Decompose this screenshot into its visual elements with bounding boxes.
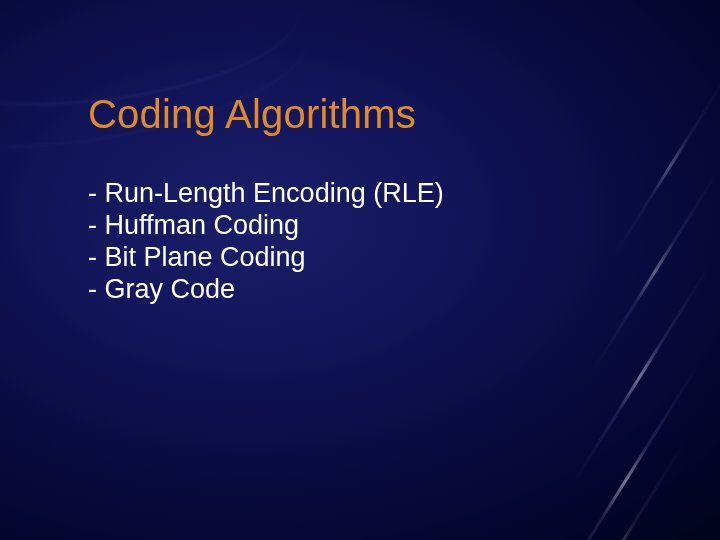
bullet-item: - Gray Code bbox=[88, 274, 444, 306]
decorative-swoosh bbox=[0, 0, 318, 173]
decorative-streak bbox=[590, 169, 720, 374]
bullet-item: - Huffman Coding bbox=[88, 210, 444, 242]
bullet-item: - Run-Length Encoding (RLE) bbox=[88, 178, 444, 210]
bullet-item: - Bit Plane Coding bbox=[88, 242, 444, 274]
slide: Coding Algorithms - Run-Length Encoding … bbox=[0, 0, 720, 540]
slide-body: - Run-Length Encoding (RLE) - Huffman Co… bbox=[88, 178, 444, 305]
decorative-streak bbox=[529, 433, 691, 540]
decorative-streak bbox=[610, 72, 720, 260]
slide-title: Coding Algorithms bbox=[88, 92, 416, 137]
